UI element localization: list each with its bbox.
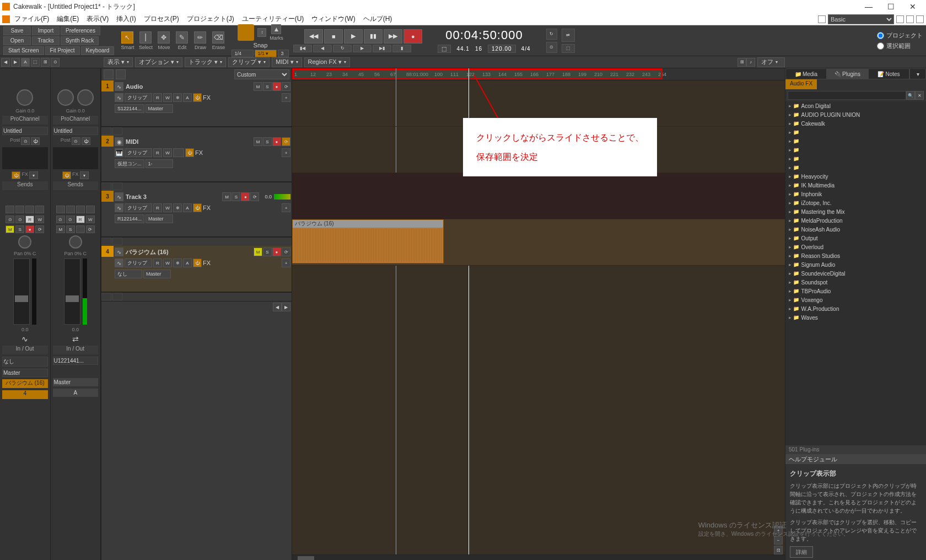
solo-button[interactable]: S [263, 82, 272, 91]
post-toggle[interactable]: ⊙ [21, 137, 30, 145]
select-icon[interactable]: ⬚ [562, 44, 575, 53]
punch-icon[interactable]: ⊙ [546, 42, 557, 53]
plugin-folder[interactable]: Heavyocity [785, 172, 926, 181]
search-clear[interactable]: ✕ [915, 91, 924, 100]
output-select[interactable]: Master [2, 369, 48, 377]
freeze-button[interactable]: ❄ [173, 259, 182, 267]
app-menu-icon[interactable] [2, 15, 10, 23]
plugin-folder[interactable]: iZotope, Inc. [785, 198, 926, 207]
prochannel-header[interactable]: ProChannel [2, 116, 48, 125]
bus-pan-knob[interactable] [77, 89, 94, 106]
zoom-fit[interactable]: ⊡ [774, 546, 783, 554]
bus-volume-fader[interactable] [64, 259, 80, 325]
preferences-button[interactable]: Preferences [61, 26, 100, 35]
fx-add-button[interactable]: + [282, 148, 290, 157]
draw-tool[interactable]: ✏Draw [191, 31, 209, 50]
clip-menu[interactable]: クリップ ▾ [228, 57, 270, 67]
fx-add-button[interactable]: + [282, 259, 290, 267]
audio-clip[interactable]: バラジウム (16) [292, 219, 444, 263]
echo-button[interactable]: ⟳ [250, 192, 259, 201]
write-btn[interactable]: W [35, 216, 44, 223]
inspector-tab-eq[interactable]: ⬚ [31, 58, 40, 67]
plugin-folder[interactable]: SoundeviceDigital [785, 269, 926, 278]
automation-button[interactable] [112, 127, 122, 135]
track-menu[interactable]: トラック ▾ [185, 57, 226, 67]
arm-btn[interactable]: ● [25, 225, 34, 233]
bus-fx-power[interactable]: ⏻ [62, 171, 71, 179]
mute-button[interactable]: M [254, 247, 262, 256]
waveform-icon[interactable]: ∿ [21, 335, 28, 343]
tempo-button[interactable]: ♪ [746, 58, 755, 67]
msr-3[interactable] [25, 206, 34, 213]
arm-button[interactable]: ● [272, 137, 281, 146]
bus-pan-knob-2[interactable] [69, 235, 82, 249]
import-button[interactable]: Import [32, 26, 60, 35]
track-lane[interactable] [292, 173, 785, 219]
preset-select[interactable]: Untitled [2, 127, 48, 135]
time-ruler[interactable]: 11223 344556 6788:01:000100 111122133 14… [292, 68, 785, 80]
menu-project[interactable]: プロジェクト(J) [187, 14, 234, 24]
pan-knob[interactable] [18, 235, 31, 249]
bus-input-select[interactable]: U1221441... [53, 357, 99, 365]
timesig-value[interactable]: 4/4 [521, 46, 531, 52]
track-row[interactable]: 1 ∿ Audio M S ● ⟳ ∿ クリップ RW ❄A [101, 80, 292, 127]
notes-tab[interactable]: 📝 Notes [868, 68, 909, 79]
bus-msr-1[interactable] [56, 206, 65, 213]
fx-power-button[interactable]: ⏻ [193, 93, 202, 102]
view-menu[interactable]: 表示 ▾ [104, 57, 133, 67]
mute-button[interactable]: M [254, 82, 262, 91]
browser-menu[interactable]: ▾ [909, 68, 926, 79]
maximize-button[interactable]: ☐ [880, 2, 902, 11]
sends-header[interactable]: Sends [2, 181, 48, 190]
bus-link-icon[interactable]: ⇄ [72, 335, 79, 343]
channel-button[interactable] [173, 148, 184, 157]
fx-power-button[interactable]: ⏻ [193, 259, 202, 267]
edit-filter[interactable]: クリップ [125, 148, 152, 157]
arm-button[interactable]: ● [272, 247, 281, 256]
archive-button[interactable]: A [183, 203, 192, 212]
fx-power-button[interactable]: ⏻ [185, 148, 194, 157]
automation-button[interactable] [112, 182, 122, 190]
snap-beat-2[interactable]: 1/1 ▾ [255, 50, 277, 57]
msr-1[interactable] [6, 206, 14, 213]
record-button[interactable]: ● [403, 29, 422, 44]
punch-button[interactable]: ⬚ [438, 45, 451, 53]
bus-post-toggle[interactable]: ⊙ [72, 137, 80, 145]
bus-auto-w[interactable]: ⊙ [66, 216, 75, 223]
volume-fader[interactable] [13, 259, 30, 325]
menu-utility[interactable]: ユーティリティー(U) [242, 14, 304, 24]
help-details-button[interactable]: 詳細 [790, 546, 813, 558]
output-select[interactable]: Master [146, 214, 173, 223]
lanes-button[interactable] [101, 127, 111, 135]
plugin-tree[interactable]: Acon Digital AUDIO PLUGIN UNION Cakewalk… [785, 101, 926, 445]
menu-window[interactable]: ウィンドウ(W) [311, 14, 355, 24]
synthrack-button[interactable]: Synth Rack [61, 36, 99, 45]
eq-display[interactable] [2, 147, 48, 169]
plugins-tab[interactable]: 🔌 Plugins [827, 68, 868, 79]
archive-button[interactable]: A [183, 93, 192, 102]
menu-process[interactable]: プロセス(P) [144, 14, 179, 24]
mute-btn[interactable]: M [6, 225, 14, 233]
snap-icon[interactable] [238, 24, 254, 41]
bus-msr-3[interactable] [76, 206, 85, 213]
gte-button[interactable]: ▶▮ [373, 45, 391, 52]
bus-preset-select[interactable]: Untitled [53, 127, 99, 135]
tracks-button[interactable]: Tracks [32, 36, 60, 45]
solo-button[interactable]: S [263, 137, 272, 146]
menu-file[interactable]: ファイル(F) [14, 14, 49, 24]
plugin-folder[interactable]: Acon Digital [785, 101, 926, 110]
fx-power-button[interactable]: ⏻ [193, 203, 202, 212]
input-select[interactable]: S122144... [115, 104, 144, 113]
bus-post-power[interactable]: ⏻ [82, 137, 90, 145]
arranger-button[interactable]: ⊞ [737, 58, 746, 67]
search-icon[interactable]: 🔍 [906, 91, 915, 100]
automation-button[interactable] [112, 238, 122, 245]
post-power[interactable]: ⏻ [31, 137, 40, 145]
smart-tool[interactable]: ↖Smart [119, 31, 136, 50]
edit-filter[interactable]: クリップ [125, 203, 152, 212]
echo-button[interactable]: ⟳ [282, 137, 290, 146]
read-button[interactable]: R [153, 148, 162, 157]
input-select[interactable]: R122144... [115, 214, 144, 223]
to-by-tool[interactable]: ↕ [256, 28, 267, 37]
fx-add[interactable]: ▾ [29, 171, 38, 179]
